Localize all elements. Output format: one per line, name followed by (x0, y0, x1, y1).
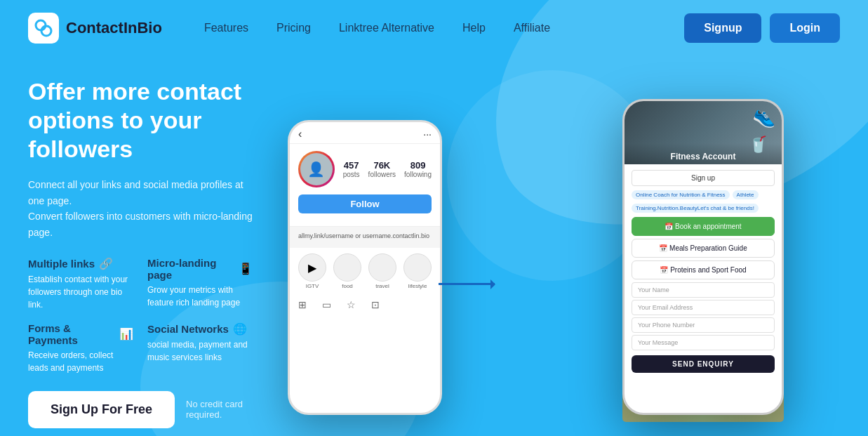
feature-micro-landing: Micro-landing page 📱 Grow your metrics w… (147, 257, 253, 311)
action-btn-0[interactable]: 📅 Book an appointment (632, 217, 775, 236)
portrait-view-icon: ⊡ (371, 299, 380, 310)
shoe-decoration: 👟 (750, 101, 781, 131)
tag-view-icon: ☆ (347, 299, 356, 310)
signup-mini-btn[interactable]: Sign up (632, 170, 775, 186)
avatar-inner: 👤 (300, 153, 333, 185)
profile-top: 👤 457 posts 76K followers 809 (298, 151, 432, 187)
left-panel: Offer more contact options to your follo… (28, 70, 253, 422)
highlight-travel: travel (368, 253, 396, 289)
phone1-header: ‹ ··· (290, 122, 440, 144)
bio-link-text: allmy.link/username or username.contactl… (298, 232, 432, 239)
highlight-igtv: ▶ IGTV (298, 253, 326, 289)
feature-title-2: Micro-landing page 📱 (147, 257, 253, 281)
main-content: Offer more contact options to your follo… (0, 56, 868, 436)
highlights: ▶ IGTV food travel lifestyle (290, 248, 440, 295)
action-btn-1[interactable]: 📅 Meals Preparation Guide (632, 239, 775, 258)
more-icon: ··· (423, 128, 432, 140)
feature-title-4: Social Networks 🌐 (147, 322, 253, 336)
phone2-body: Sign up Online Coach for Nutrition & Fit… (625, 164, 782, 378)
nav-item-pricing[interactable]: Pricing (276, 22, 311, 34)
highlight-lifestyle: lifestyle (403, 253, 432, 289)
tag-2: Training.Nutrition.BeautyLet's chat & be… (632, 204, 759, 213)
profile-stats: 457 posts 76K followers 809 following (343, 160, 432, 178)
nav-item-features[interactable]: Features (204, 22, 248, 34)
feature-desc-2: Grow your metrics with feature rich land… (147, 284, 253, 309)
feature-forms-payments: Forms & Payments 📊 Receive orders, colle… (28, 322, 133, 374)
cta-row: Sign Up For Free No credit card required… (28, 391, 253, 428)
profile-section: 👤 457 posts 76K followers 809 (290, 144, 440, 227)
highlight-food: food (333, 253, 361, 289)
phone2-header-image: 👟 🥤 Fitness Account (625, 101, 782, 164)
single-view-icon: ▭ (322, 299, 331, 310)
phone-icon: 📱 (239, 262, 253, 275)
tag-0: Online Coach for Nutrition & Fitness (632, 190, 730, 199)
globe-icon: 🌐 (233, 322, 247, 336)
svg-point-0 (36, 20, 46, 30)
highlight-circle-travel (368, 253, 396, 282)
chart-icon: 📊 (119, 327, 133, 341)
form-field-message[interactable]: Your Message (632, 335, 775, 350)
action-btn-2[interactable]: 📅 Proteins and Sport Food (632, 260, 775, 279)
header: ContactInBio Features Pricing Linktree A… (0, 0, 868, 56)
feature-desc-1: Establish contact with your followers th… (28, 273, 133, 311)
fitness-title: Fitness Account (625, 152, 782, 164)
arrow-line (439, 283, 495, 285)
cta-button[interactable]: Sign Up For Free (28, 391, 175, 428)
stat-followers: 76K followers (368, 160, 396, 178)
bio-arrow (439, 283, 495, 285)
logo-icon (28, 13, 59, 44)
feature-title-1: Multiple links 🔗 (28, 257, 133, 270)
form-field-name[interactable]: Your Name (632, 282, 775, 298)
grid-icons: ⊞ ▭ ☆ ⊡ (290, 295, 440, 315)
features-grid: Multiple links 🔗 Establish contact with … (28, 257, 253, 374)
brand-name: ContactInBio (66, 19, 162, 37)
nav-item-help[interactable]: Help (462, 22, 486, 34)
highlight-circle-food (333, 253, 361, 282)
avatar: 👤 (298, 151, 335, 187)
link-icon: 🔗 (99, 257, 113, 270)
nav-item-linktree[interactable]: Linktree Alternative (339, 22, 434, 34)
tags-row: Online Coach for Nutrition & Fitness Ath… (632, 190, 775, 199)
hero-subtitle: Connect all your links and social media … (28, 177, 253, 240)
form-field-email[interactable]: Your Email Address (632, 300, 775, 315)
bio-link-section: allmy.link/username or username.contactl… (290, 227, 440, 248)
feature-desc-4: social media, payment and music services… (147, 338, 253, 364)
phone-landing: 👟 🥤 Fitness Account Sign up Online Coach… (622, 99, 784, 415)
tag-1: Athlete (733, 190, 759, 199)
logo[interactable]: ContactInBio (28, 13, 162, 44)
hero-title: Offer more contact options to your follo… (28, 77, 253, 163)
svg-point-1 (41, 26, 51, 36)
tags-row-2: Training.Nutrition.BeautyLet's chat & be… (632, 204, 775, 213)
no-credit-text: No credit card required. (186, 399, 253, 420)
back-icon: ‹ (298, 128, 302, 140)
follow-button[interactable]: Follow (298, 194, 432, 213)
stat-following: 809 following (404, 160, 432, 178)
nav-item-affiliate[interactable]: Affiliate (514, 22, 550, 34)
feature-social-networks: Social Networks 🌐 social media, payment … (147, 322, 253, 374)
highlight-circle-igtv: ▶ (298, 253, 326, 282)
signup-button[interactable]: Signup (684, 13, 761, 43)
highlight-circle-lifestyle (403, 253, 432, 282)
feature-multiple-links: Multiple links 🔗 Establish contact with … (28, 257, 133, 311)
phone-instagram: ‹ ··· 👤 457 posts 76K follo (288, 120, 442, 415)
stat-posts: 457 posts (343, 160, 360, 178)
header-buttons: Signup Login (684, 13, 840, 43)
send-button[interactable]: SEND ENQUIRY (632, 355, 775, 373)
form-field-phone[interactable]: Your Phone Number (632, 317, 775, 333)
nav: Features Pricing Linktree Alternative He… (204, 22, 684, 34)
feature-title-3: Forms & Payments 📊 (28, 322, 133, 346)
grid-view-icon: ⊞ (298, 299, 307, 310)
feature-desc-3: Receive orders, collect leads and paymen… (28, 349, 133, 374)
phones-container: ‹ ··· 👤 457 posts 76K follo (253, 70, 840, 422)
login-button[interactable]: Login (770, 13, 840, 43)
